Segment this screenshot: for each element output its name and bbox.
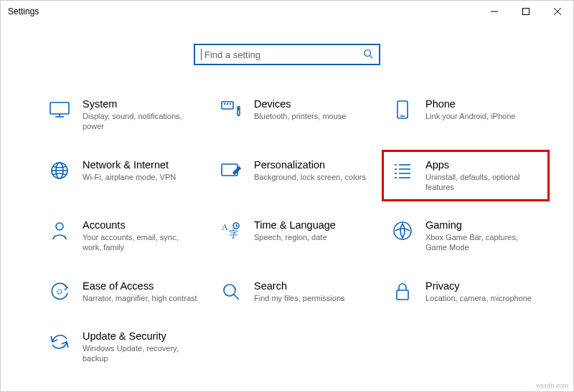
list-icon: [391, 159, 414, 182]
tile-title: Ease of Access: [83, 280, 197, 292]
language-icon: A字: [220, 219, 243, 242]
svg-line-33: [236, 226, 237, 226]
search-input[interactable]: Find a setting: [194, 44, 380, 65]
tile-desc: Find my files, permissions: [254, 293, 369, 303]
tile-title: Search: [254, 280, 369, 292]
tile-ease-of-access[interactable]: Ease of Access Narrator, magnifier, high…: [44, 276, 202, 307]
svg-text:字: 字: [229, 229, 238, 239]
tile-title: Network & Internet: [83, 159, 197, 171]
display-icon: [48, 98, 71, 121]
svg-point-34: [394, 222, 411, 239]
tile-desc: Speech, region, date: [254, 232, 369, 242]
accessibility-icon: [48, 280, 71, 303]
svg-rect-11: [227, 103, 228, 105]
tile-desc: Link your Android, iPhone: [425, 111, 540, 121]
tile-desc: Windows Update, recovery, backup: [83, 343, 197, 364]
svg-rect-1: [523, 9, 530, 15]
magnifier-icon: [220, 280, 243, 303]
tile-desc: Location, camera, microphone: [425, 293, 540, 303]
svg-point-35: [57, 290, 62, 294]
search-placeholder: Find a setting: [204, 49, 260, 60]
tile-title: Accounts: [83, 219, 197, 231]
tile-network[interactable]: Network & Internet Wi-Fi, airplane mode,…: [44, 155, 202, 197]
tile-title: Gaming: [425, 219, 540, 231]
tile-title: Devices: [254, 98, 369, 110]
text-caret: [201, 49, 202, 60]
tile-search[interactable]: Search Find my files, permissions: [215, 276, 373, 307]
svg-point-28: [56, 223, 63, 230]
tile-time-language[interactable]: A字 Time & Language Speech, region, date: [215, 215, 373, 257]
tile-desc: Wi-Fi, airplane mode, VPN: [83, 172, 197, 182]
window-title: Settings: [8, 6, 39, 16]
titlebar: Settings: [1, 1, 573, 22]
phone-icon: [391, 98, 414, 121]
close-button[interactable]: [542, 1, 573, 22]
tile-devices[interactable]: Devices Bluetooth, printers, mouse: [215, 94, 373, 136]
tile-title: Apps: [425, 159, 540, 171]
globe-icon: [48, 159, 71, 182]
tile-desc: Narrator, magnifier, high contrast: [83, 293, 197, 303]
tile-desc: Bluetooth, printers, mouse: [254, 111, 369, 121]
tile-apps[interactable]: Apps Uninstall, defaults, optional featu…: [387, 155, 545, 197]
svg-rect-6: [50, 102, 69, 114]
tile-title: Privacy: [425, 280, 540, 292]
person-icon: [48, 219, 71, 242]
search-icon: [363, 49, 373, 61]
watermark: wsxdn.com: [536, 382, 568, 389]
tile-title: Update & Security: [83, 330, 197, 342]
svg-rect-38: [397, 290, 408, 300]
tile-phone[interactable]: Phone Link your Android, iPhone: [387, 94, 545, 136]
svg-text:A: A: [222, 222, 228, 232]
tile-desc: Xbox Game Bar, captures, Game Mode: [425, 232, 540, 253]
settings-grid: System Display, sound, notifications, po…: [1, 94, 573, 368]
svg-line-5: [370, 55, 373, 58]
lock-icon: [391, 280, 414, 303]
tile-title: System: [83, 98, 197, 110]
devices-icon: [220, 98, 243, 121]
tile-accounts[interactable]: Accounts Your accounts, email, sync, wor…: [44, 215, 202, 257]
minimize-button[interactable]: [479, 1, 510, 22]
svg-point-36: [224, 285, 235, 296]
search-row: Find a setting: [1, 44, 573, 65]
tile-system[interactable]: System Display, sound, notifications, po…: [44, 94, 202, 136]
tile-desc: Background, lock screen, colors: [254, 172, 369, 182]
svg-rect-9: [222, 102, 233, 109]
tile-desc: Display, sound, notifications, power: [83, 111, 197, 132]
svg-rect-10: [224, 103, 225, 105]
tile-title: Time & Language: [254, 219, 369, 231]
tile-personalization[interactable]: Personalization Background, lock screen,…: [215, 155, 373, 197]
gaming-icon: [391, 219, 414, 242]
svg-point-4: [364, 49, 371, 56]
tile-desc: Uninstall, defaults, optional features: [425, 172, 540, 193]
maximize-button[interactable]: [510, 1, 542, 22]
tile-gaming[interactable]: Gaming Xbox Game Bar, captures, Game Mod…: [387, 215, 545, 257]
paint-icon: [220, 159, 243, 182]
tile-update-security[interactable]: Update & Security Windows Update, recove…: [44, 326, 202, 368]
tile-desc: Your accounts, email, sync, work, family: [83, 232, 197, 253]
tile-title: Personalization: [254, 159, 369, 171]
window-controls: [479, 1, 573, 22]
svg-line-37: [234, 295, 239, 300]
tile-title: Phone: [425, 98, 540, 110]
tile-privacy[interactable]: Privacy Location, camera, microphone: [387, 276, 545, 307]
sync-icon: [48, 330, 71, 353]
svg-rect-12: [230, 103, 231, 105]
